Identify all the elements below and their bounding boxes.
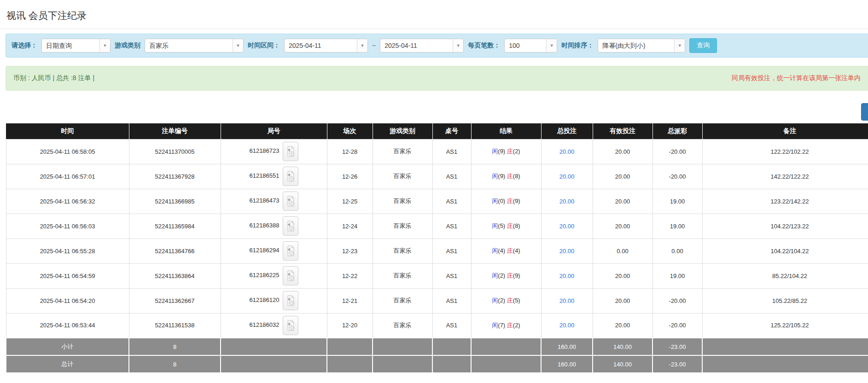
total-bet-link[interactable]: 20.00 <box>559 248 575 255</box>
time-sort-select[interactable]: 降幂(由大到小) ▼ <box>598 39 685 52</box>
round-id-text: 612186294 <box>249 247 279 254</box>
per-page-select[interactable]: 100 ▼ <box>504 39 557 52</box>
cell-bet-id: 522411363864 <box>129 263 221 288</box>
time-sort-label: 时间排序： <box>561 41 594 50</box>
cell-game-type: 百家乐 <box>373 288 432 313</box>
chevron-down-icon: ▼ <box>99 39 110 52</box>
cell-bet-id: 522411364766 <box>129 238 221 263</box>
subtotal-row-cell-3 <box>327 338 373 355</box>
video-replay-button[interactable] <box>283 291 298 310</box>
currency-summary-text: 币别 : 人民币 | 总共 :8 注单 | <box>13 66 94 90</box>
cell-table-no: AS1 <box>432 263 471 288</box>
subtotal-row-cell-5 <box>432 338 471 355</box>
export-button[interactable] <box>861 103 868 121</box>
video-replay-button[interactable] <box>283 216 298 236</box>
cell-session: 12-20 <box>327 313 373 338</box>
video-replay-button[interactable] <box>283 316 298 335</box>
video-file-icon <box>286 221 295 232</box>
cell-valid-bet: 20.00 <box>593 139 652 164</box>
title-divider <box>0 29 868 29</box>
date-to-value: 2025-04-11 <box>380 39 453 52</box>
total-bet-link[interactable]: 20.00 <box>559 148 575 155</box>
column-header-7: 总投注 <box>541 123 593 139</box>
total-bet-link[interactable]: 20.00 <box>559 198 575 205</box>
video-replay-button[interactable] <box>283 167 298 186</box>
cell-time: 2025-04-11 06:53:44 <box>6 313 129 338</box>
result-player-label: 闲 <box>492 322 498 329</box>
cell-total-bet: 20.00 <box>541 263 593 288</box>
select-type-label: 请选择： <box>12 41 37 50</box>
result-player-label: 闲 <box>492 297 498 304</box>
round-id-text: 612186723 <box>249 147 279 154</box>
date-from-select[interactable]: 2025-04-11 ▼ <box>284 39 368 52</box>
cell-payout: 19.00 <box>652 214 702 238</box>
cell-result: 闲(2) 庄(9) <box>471 263 541 288</box>
video-replay-button[interactable] <box>283 192 298 211</box>
result-banker-score: (8) <box>513 173 520 180</box>
cell-round-id: 612186032 <box>221 313 327 338</box>
search-button[interactable]: 查询 <box>689 38 717 53</box>
result-player-label: 闲 <box>492 148 498 155</box>
total-bet-link[interactable]: 20.00 <box>559 223 575 230</box>
cell-time: 2025-04-11 06:54:59 <box>6 263 129 288</box>
column-header-4: 游戏类别 <box>373 123 432 139</box>
result-banker-label: 庄 <box>507 197 513 204</box>
subtotal-row-cell-10 <box>702 338 868 355</box>
result-player-score: (9) <box>498 173 507 180</box>
video-replay-button[interactable] <box>283 266 298 285</box>
chevron-down-icon: ▼ <box>233 39 243 52</box>
total-row-cell-0: 总计 <box>6 355 129 373</box>
column-header-6: 结果 <box>471 123 541 139</box>
date-from-value: 2025-04-11 <box>285 39 357 52</box>
cell-payout: 19.00 <box>652 189 702 214</box>
total-row-cell-8: 140.00 <box>593 355 652 373</box>
cell-game-type: 百家乐 <box>373 263 432 288</box>
result-banker-label: 庄 <box>507 297 513 304</box>
result-player-label: 闲 <box>492 222 498 229</box>
query-type-select[interactable]: 日期查询 ▼ <box>41 39 111 52</box>
result-banker-score: (9) <box>513 272 520 279</box>
result-banker-label: 庄 <box>507 322 513 329</box>
round-id-text: 612186225 <box>249 272 279 279</box>
cell-table-no: AS1 <box>432 238 471 263</box>
cell-round-id: 612186723 <box>221 139 327 164</box>
cell-bet-id: 522411366985 <box>129 189 221 214</box>
video-replay-button[interactable] <box>283 142 298 161</box>
summary-bar: 币别 : 人民币 | 总共 :8 注单 | 同局有效投注，统一计算在该局第一张注… <box>6 66 868 91</box>
cell-round-id: 612186551 <box>221 164 327 189</box>
total-row-cell-2 <box>221 355 327 373</box>
total-bet-link[interactable]: 20.00 <box>559 173 575 180</box>
date-to-select[interactable]: 2025-04-11 ▼ <box>380 39 464 52</box>
cell-round-id: 612186294 <box>221 238 327 263</box>
video-file-icon <box>286 295 295 306</box>
total-bet-link[interactable]: 20.00 <box>559 273 575 279</box>
table-row: 2025-04-11 06:57:01522411367928612186551… <box>6 164 868 189</box>
total-bet-link[interactable]: 20.00 <box>559 297 575 304</box>
per-page-label: 每页笔数： <box>468 41 500 50</box>
video-file-icon <box>286 320 295 331</box>
result-banker-score: (5) <box>513 297 520 304</box>
result-player-score: (2) <box>498 297 507 304</box>
result-banker-label: 庄 <box>507 247 513 254</box>
cell-game-type: 百家乐 <box>373 313 432 338</box>
cell-result: 闲(9) 庄(8) <box>471 164 541 189</box>
total-bet-link[interactable]: 20.00 <box>559 322 575 329</box>
video-replay-button[interactable] <box>283 241 298 261</box>
cell-bet-id: 522411367928 <box>129 164 221 189</box>
table-row: 2025-04-11 06:53:44522411361538612186032… <box>6 313 868 338</box>
cell-valid-bet: 0.00 <box>593 238 652 263</box>
total-row-cell-1: 8 <box>129 355 221 373</box>
cell-game-type: 百家乐 <box>373 189 432 214</box>
cell-bet-id: 522411361538 <box>129 313 221 338</box>
total-row-cell-7: 160.00 <box>541 355 593 373</box>
cell-total-bet: 20.00 <box>541 214 593 238</box>
video-file-icon <box>286 146 295 157</box>
cell-valid-bet: 20.00 <box>593 214 652 238</box>
cell-total-bet: 20.00 <box>541 164 593 189</box>
total-row-cell-5 <box>432 355 471 373</box>
result-banker-label: 庄 <box>507 148 513 155</box>
table-row: 2025-04-11 06:56:03522411365984612186388… <box>6 214 868 238</box>
per-page-value: 100 <box>505 39 546 52</box>
game-category-select[interactable]: 百家乐 ▼ <box>145 39 244 52</box>
query-type-value: 日期查询 <box>42 39 99 52</box>
